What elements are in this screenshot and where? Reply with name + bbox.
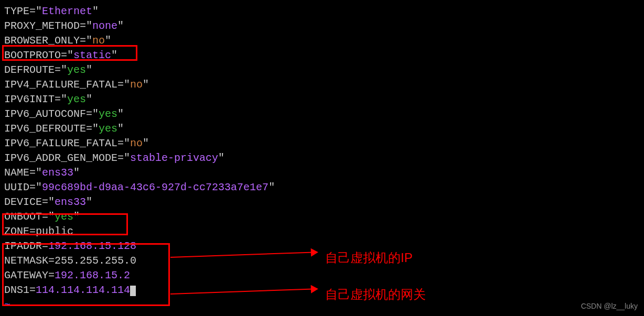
config-value: no [130,137,143,149]
config-line: PROXY_METHOD="none" [4,19,640,34]
config-value: ens33 [55,196,86,208]
config-line: IPV6_DEFROUTE="yes" [4,122,640,136]
highlight-box-onboot [2,213,128,235]
config-key: IPV6_ADDR_GEN_MODE [4,152,117,164]
config-key: IPV6_DEFROUTE [4,123,86,135]
config-value: no [130,79,143,91]
config-line: IPV6_ADDR_GEN_MODE="stable-privacy" [4,151,640,166]
config-value: Ethernet [42,5,92,17]
config-line: BROWSER_ONLY="no" [4,34,640,48]
config-key: IPV6_FAILURE_FATAL [4,137,117,149]
annotation-gateway: 自己虚拟机的网关 [325,286,426,303]
config-key: DEFROUTE [4,64,55,76]
config-line: DEFROUTE="yes" [4,63,640,78]
config-line: UUID="99c689bd-d9aa-43c6-927d-cc7233a7e1… [4,180,640,195]
config-line: DEVICE="ens33" [4,195,640,210]
config-value: yes [99,108,117,120]
config-value: no [92,35,105,47]
config-key: IPV6_AUTOCONF [4,108,86,120]
config-key: TYPE [4,5,29,17]
config-key: PROXY_METHOD [4,20,80,32]
config-key: IPV4_FAILURE_FATAL [4,79,117,91]
config-key: IPV6INIT [4,93,55,105]
config-key: DEVICE [4,196,42,208]
config-line: IPV6_AUTOCONF="yes" [4,107,640,122]
config-value: yes [67,93,86,105]
config-value: yes [67,64,86,76]
config-key: BROWSER_ONLY [4,35,80,47]
highlight-box-network [2,243,170,306]
config-value: ens33 [42,167,73,179]
config-line: IPV4_FAILURE_FATAL="no" [4,78,640,92]
config-line: NAME="ens33" [4,166,640,180]
config-key: NAME [4,167,29,179]
watermark: CSDN @lz__luky [581,301,638,312]
config-value: static [73,49,111,61]
config-value: none [92,20,117,32]
config-line: TYPE="Ethernet" [4,4,640,19]
config-key: BOOTPROTO [4,49,61,61]
annotation-ip: 自己虚拟机的IP [325,249,413,267]
config-line: BOOTPROTO="static" [4,48,640,63]
config-value: yes [99,123,117,135]
config-line: IPV6INIT="yes" [4,92,640,107]
config-key: UUID [4,181,29,193]
config-value: stable-privacy [130,152,218,164]
config-value: 99c689bd-d9aa-43c6-927d-cc7233a7e1e7 [42,181,269,193]
config-line: IPV6_FAILURE_FATAL="no" [4,136,640,151]
